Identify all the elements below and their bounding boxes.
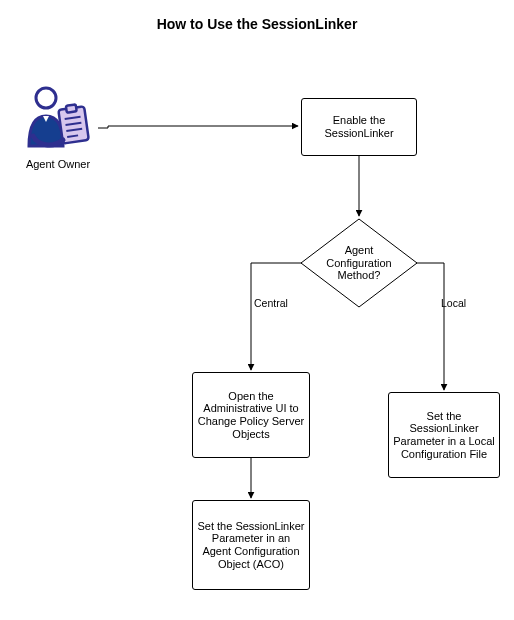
actor-agent-owner: Agent Owner [18,86,98,170]
decision-label: Agent Configuration Method? [319,244,399,282]
edge-label-central: Central [254,297,288,309]
node-enable-sessionlinker: Enable the SessionLinker [301,98,417,156]
svg-point-0 [36,88,56,108]
node-set-aco: Set the SessionLinker Parameter in an Ag… [192,500,310,590]
edge-label-local: Local [441,297,466,309]
svg-rect-2 [66,104,77,112]
diagram-stage: How to Use the SessionLinker Agent Owner [0,0,514,620]
node-set-local-config: Set the SessionLinker Parameter in a Loc… [388,392,500,478]
node-open-admin-ui: Open the Administrative UI to Change Pol… [192,372,310,458]
diagram-title: How to Use the SessionLinker [0,16,514,32]
actor-label: Agent Owner [18,158,98,170]
clipboard-person-icon [23,86,93,152]
node-decision-config-method: Agent Configuration Method? [300,218,418,308]
